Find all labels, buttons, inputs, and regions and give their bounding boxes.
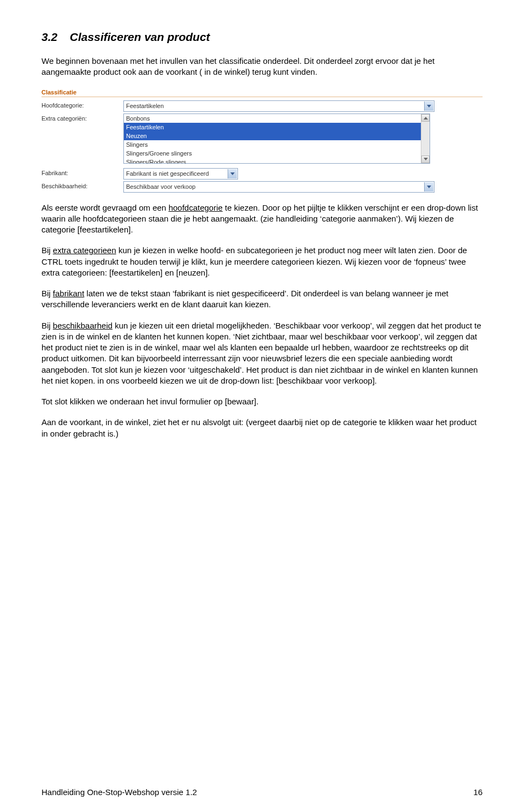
main-category-label: Hoofdcategorie: [41,100,123,109]
manufacturer-value: Fabrikant is niet gespecificeerd [126,170,209,177]
intro-paragraph: We beginnen bovenaan met het invullen va… [41,56,483,78]
section-title: Classificeren van product [70,31,210,43]
body-text: kun je kiezen uit een drietal mogelijkhe… [41,321,481,385]
listbox-option[interactable]: Feestartikelen [124,123,430,132]
classification-form-screenshot: Classificatie Hoofdcategorie: Feestartik… [41,88,483,193]
body-text: Bij [41,321,53,330]
form-section-title: Classificatie [41,88,483,97]
section-heading: 3.2 Classificeren van product [41,31,483,44]
availability-value: Beschikbaar voor verkoop [126,183,195,190]
scroll-down-button[interactable] [421,156,430,163]
body-paragraph: Bij extra categorieen kun je kiezen in w… [41,245,483,278]
body-text: Bij [41,289,53,298]
underline-hoofdcategorie: hoofdcategorie [169,203,223,212]
chevron-down-icon [424,182,433,192]
body-paragraph: Als eerste wordt gevraagd om een hoofdca… [41,202,483,236]
body-paragraph: Bij fabrikant laten we de tekst staan ‘f… [41,288,483,311]
availability-label: Beschikbaarheid: [41,181,123,189]
listbox-option[interactable]: Slingers [124,140,430,149]
body-paragraph: Aan de voorkant, in de winkel, ziet het … [41,417,483,439]
manufacturer-label: Fabrikant: [41,168,123,176]
extra-categories-label: Extra categoriën: [41,114,123,122]
chevron-down-icon [424,101,433,111]
body-text: Als eerste wordt gevraagd om een [41,203,169,212]
body-text: laten we de tekst staan ‘fabrikant is ni… [41,289,448,309]
body-paragraph: Bij beschikbaarheid kun je kiezen uit ee… [41,320,483,387]
page-footer: Handleiding One-Stop-Webshop versie 1.2 … [41,787,483,797]
availability-select[interactable]: Beschikbaar voor verkoop [123,181,434,193]
listbox-scrollbar[interactable] [421,114,430,163]
page-number: 16 [473,787,483,797]
scroll-up-button[interactable] [421,114,430,122]
main-category-select[interactable]: Feestartikelen [123,100,434,112]
listbox-option[interactable]: Bonbons [124,114,430,123]
section-number: 3.2 [41,31,67,44]
underline-fabrikant: fabrikant [53,289,85,298]
manufacturer-select[interactable]: Fabrikant is niet gespecificeerd [123,168,238,180]
main-category-value: Feestartikelen [126,103,164,109]
footer-title: Handleiding One-Stop-Webshop versie 1.2 [41,787,197,797]
underline-beschikbaarheid: beschikbaarheid [53,321,112,330]
chevron-down-icon [228,169,237,178]
body-paragraph: Tot slot klikken we onderaan het invul f… [41,396,483,407]
body-text: Bij [41,246,53,255]
listbox-option[interactable]: Neuzen [124,132,430,140]
listbox-option[interactable]: Slingers/Groene slingers [124,149,430,158]
extra-categories-listbox[interactable]: BonbonsFeestartikelenNeuzenSlingersSling… [123,114,430,164]
underline-extra-categorieen: extra categorieen [53,246,116,255]
listbox-option[interactable]: Slingers/Rode slingers [124,158,430,164]
